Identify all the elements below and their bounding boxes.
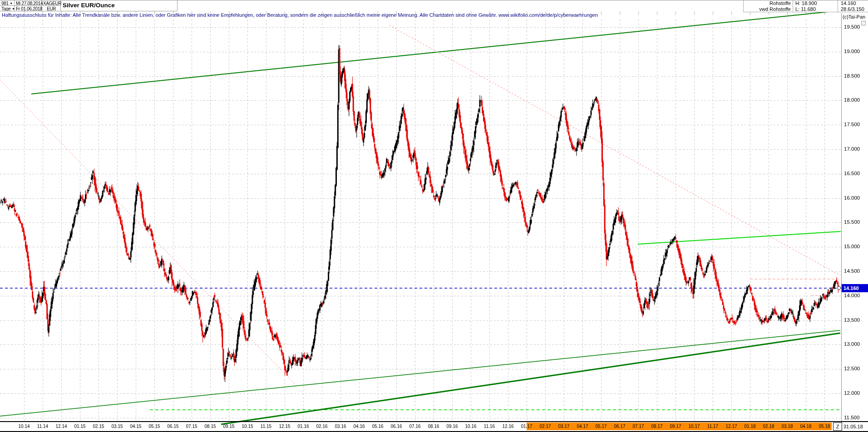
x-tick-label: 01.18 [744,424,755,429]
x-tick-label: 11.16 [484,424,495,429]
x-tick-label: 04.17 [577,424,588,429]
x-tick-label: 02.17 [539,424,551,429]
instrument-info-panel: Rohstoffe vwd Rohstoffe H: 18.900 L: 11.… [743,0,868,12]
x-tick-label: 04.18 [800,424,811,429]
y-tick-label: 17.000 [844,146,860,152]
x-tick-label: 09.17 [670,424,681,429]
feed-name-2: vwd Rohstoffe [745,6,791,12]
x-tick-label: 11.14 [37,424,48,429]
x-tick-label: 11.15 [261,424,271,429]
x-tick-label: 08.16 [428,424,439,429]
y-tick-label: 18.500 [844,73,860,79]
feed-name: Rohstoffe [745,0,791,6]
currency-cell: EUR [42,6,61,11]
x-tick-label: 09.15 [223,424,234,429]
last-price: 14.160 [841,0,856,6]
x-tick-label: 12.17 [725,424,737,429]
title-cell-border [177,0,178,11]
y-tick-label: 15.500 [844,219,860,225]
taipan-chart-window: 981 ▼ Tage ▼ Mi 27.08.2014 Fr 01.06.2018… [0,0,868,432]
last-date-label: 31.05.18 [843,424,863,429]
x-tick-label: 12.14 [55,424,67,429]
x-tick-label: 10.14 [18,424,30,429]
x-tick-label: 02.16 [316,424,327,429]
x-tick-label: 01.17 [521,424,532,429]
y-tick-label: 13.500 [844,317,860,323]
info-divider [793,0,793,12]
y-tick-label: 11.500 [844,415,859,420]
y-tick-label: 17.500 [844,122,860,127]
x-tick-label: 07.17 [632,424,644,429]
x-tick-label: 02.18 [763,424,774,429]
x-tick-label: 03.16 [335,424,346,429]
range-high: H: 18.900 [795,0,817,6]
price-chart-canvas[interactable] [0,0,868,432]
x-tick-label: 11.17 [707,424,718,429]
y-tick-label: 19.500 [844,24,860,29]
collapse-icon[interactable] [861,21,866,25]
perf-spread: 28.6/3.150 [841,6,864,12]
disclaimer-text: Haftungsausschluss für Inhalte: Alle Tre… [2,12,598,18]
x-tick-label: 10.16 [465,424,476,429]
x-tick-label: 04.15 [130,424,141,429]
x-tick-label: 03.17 [558,424,569,429]
x-tick-label: 03.15 [111,424,123,429]
y-tick-label: 13.000 [844,341,860,347]
period-dropdown[interactable]: Tage ▼ [0,6,15,11]
x-tick-label: 01.15 [74,424,85,429]
info-divider [838,0,838,12]
date-end-field[interactable]: Fr 01.06.2018 [15,6,42,11]
current-price-badge: 14.160 [842,284,868,292]
y-tick-label: 14.500 [844,268,860,274]
x-tick-label: 07.15 [186,424,197,429]
y-tick-label: 18.000 [844,97,860,103]
x-tick-label: 01.16 [297,424,309,429]
range-low: L: 11.680 [795,6,816,12]
y-axis-line [841,13,842,431]
y-tick-label: 12.000 [844,390,860,396]
x-tick-label: 06.16 [390,424,402,429]
x-tick-label: 06.17 [614,424,625,429]
y-tick-label: 12.500 [844,366,860,371]
x-tick-label: 04.16 [353,424,365,429]
x-tick-label: 12.16 [502,424,513,429]
page-title: Silver EUR/Ounce [63,2,115,9]
x-tick-label: 06.15 [167,424,178,429]
x-tick-label: 12.15 [279,424,290,429]
x-tick-label: 02.15 [93,424,104,429]
chevron-down-icon: ▼ [10,2,13,5]
header-bottom-border [0,11,177,11]
x-tick-label: 10.17 [688,424,700,429]
x-tick-label: 05.18 [819,424,830,429]
y-tick-label: 16.500 [844,171,860,176]
x-tick-label: 03.18 [781,424,793,429]
zoom-z-button[interactable]: Z [833,422,842,431]
copyright-label: (c)Tai-Pan [843,14,865,20]
x-tick-label: 07.16 [409,424,420,429]
x-tick-label: 08.15 [204,424,216,429]
y-tick-label: 15.000 [844,244,860,249]
header-row-divider [0,5,61,6]
x-tick-label: 09.16 [446,424,458,429]
x-tick-label: 10.15 [242,424,253,429]
x-tick-label: 08.17 [651,424,662,429]
x-tick-label: 05.16 [372,424,383,429]
y-tick-label: 14.000 [844,293,860,298]
x-tick-label: 05.17 [595,424,607,429]
x-axis-line [0,421,868,422]
x-tick-label: 05.15 [148,424,160,429]
y-tick-label: 16.000 [844,195,860,201]
y-tick-label: 19.000 [844,49,860,54]
